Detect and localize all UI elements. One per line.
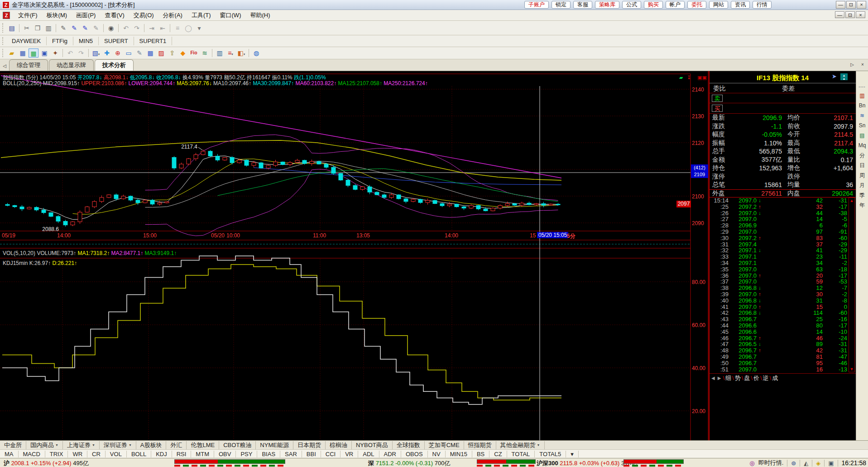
scroll-up-icon[interactable]: ▲ (849, 198, 854, 203)
dropdown-arrow-icon[interactable]: ▾ (244, 53, 245, 56)
mini-line-icon[interactable]: ≋ (860, 113, 864, 119)
market-tab-A股板块[interactable]: A股板块 (136, 441, 167, 449)
indent-icon[interactable]: ⇥ (147, 24, 157, 33)
export-icon[interactable]: ⇪ (167, 48, 177, 58)
tick-tab-left-icon[interactable]: ◀ (710, 376, 716, 380)
strip-item-Bn[interactable]: Bn (859, 103, 866, 109)
indicator-tab-PSY[interactable]: PSY (236, 451, 257, 457)
multi-chart-icon[interactable]: ≋ (200, 48, 210, 58)
layout-color-icon[interactable]: ◧▾ (236, 48, 246, 58)
copy-icon[interactable]: ❐ (33, 24, 43, 33)
tab-综合管理[interactable]: 综合管理 (9, 59, 48, 71)
titlebar-button-帐户[interactable]: 帐户 (666, 1, 685, 9)
indicator-tab-SAR[interactable]: SAR (280, 451, 302, 457)
titlebar-button-锁定[interactable]: 锁定 (551, 1, 571, 9)
save-icon[interactable]: ▤ (7, 24, 17, 33)
satellite-icon[interactable]: ⊚ (791, 460, 796, 467)
globe-icon[interactable]: ◍ (251, 48, 261, 58)
toolbar-grip[interactable] (2, 49, 4, 57)
indicator-tab-MIN15[interactable]: MIN15 (446, 451, 472, 457)
market-tab-深圳证券[interactable]: 深圳证券▼ (100, 441, 136, 449)
tick-scrollbar[interactable]: ▲ ▼ (849, 197, 855, 372)
market-tab-NYBOT商品[interactable]: NYBOT商品 (352, 441, 393, 449)
dropdown-arrow-icon[interactable]: ▾ (231, 53, 233, 56)
tick-tab-逆[interactable]: 逆 (763, 374, 769, 382)
indicator-tab-BBI[interactable]: BBI (302, 451, 321, 457)
indicator-tab-WR[interactable]: WR (68, 451, 87, 457)
market-tab-上海证券[interactable]: 上海证券▼ (63, 441, 100, 449)
titlebar-button-委托[interactable]: 委托 (687, 1, 706, 9)
overflow-icon[interactable]: ▾ (194, 24, 204, 33)
menu-画面(P)[interactable]: 画面(P) (72, 10, 100, 21)
titlebar-button-行情[interactable]: 行情 (753, 1, 772, 9)
circle-icon[interactable]: ◯ (183, 24, 193, 33)
market-tab-NYME能源[interactable]: NYME能源 (256, 441, 293, 449)
period-button-DAYWEEK[interactable]: DAYWEEK (6, 37, 47, 45)
mini-bar-icon[interactable]: ▤ (859, 133, 864, 139)
indicator-tab-ADL[interactable]: ADL (358, 451, 379, 457)
indicator-tab-OBOS[interactable]: OBOS (401, 451, 428, 457)
strip-item-日[interactable]: 日 (859, 163, 865, 169)
titlebar-button-公式[interactable]: 公式 (622, 1, 641, 9)
market-tab-芝加哥CME[interactable]: 芝加哥CME (425, 441, 464, 449)
move-icon[interactable]: ✚ (102, 48, 112, 58)
find-icon[interactable]: ◉ (106, 24, 116, 33)
indicator-tab-TOTAL5[interactable]: TOTAL5 (535, 451, 566, 457)
fio-icon[interactable]: Fio (189, 48, 199, 58)
titlebar-button-购买[interactable]: 购买 (644, 1, 663, 9)
technical-analysis-chart[interactable]: 2117.42088.6 股指指数 (5分) 14/05/20 15:05 开2… (0, 71, 709, 440)
mdi-close-button[interactable]: × (856, 11, 865, 18)
window-icon[interactable]: ▣ (39, 48, 49, 58)
hand-pointer-icon[interactable]: ➤ (832, 73, 837, 80)
indicator-more-icon[interactable]: ▾ (566, 451, 579, 457)
tab-动态显示牌[interactable]: 动态显示牌 (49, 59, 94, 71)
strip-item-分[interactable]: 分 (859, 153, 865, 159)
tick-tab-成[interactable]: 成 (772, 374, 778, 382)
list-red-icon[interactable]: ≡▾ (225, 48, 235, 58)
alert-icon[interactable]: ◆ (178, 48, 188, 58)
anchor-icon[interactable]: ↧ (687, 75, 691, 80)
indicator-tab-CZ[interactable]: CZ (489, 451, 507, 457)
menu-帮助(H)[interactable]: 帮助(H) (245, 10, 274, 21)
pen-icon[interactable]: ✎ (58, 24, 68, 33)
copy-screen-icon[interactable]: ▧▾ (91, 48, 101, 58)
pen-blue2-icon[interactable]: ✎ (80, 24, 90, 33)
gem-icon[interactable]: ◈ (816, 460, 820, 467)
bell-icon[interactable]: ◭ (804, 460, 808, 467)
layout-green-icon[interactable]: ▦ (29, 48, 38, 58)
collapse-panel-icon[interactable]: ▲▲ (840, 73, 848, 80)
strip-item-年[interactable]: 年 (859, 202, 865, 208)
pen-blue-icon[interactable]: ✎ (69, 24, 79, 33)
menu-查看(V)[interactable]: 查看(V) (100, 10, 129, 21)
paste-icon[interactable]: ▥ (43, 24, 53, 33)
menu-工具(T)[interactable]: 工具(T) (187, 10, 216, 21)
indicator-tab-ADR[interactable]: ADR (379, 451, 401, 457)
indicator-tab-KDJ[interactable]: KDJ (151, 451, 172, 457)
mdi-minimize-button[interactable]: — (835, 11, 844, 18)
indicator-tab-TOTAL[interactable]: TOTAL (507, 451, 535, 457)
titlebar-button-网站[interactable]: 网站 (709, 1, 728, 9)
tick-tab-盘[interactable]: 盘 (744, 374, 750, 382)
indicator-tab-RSI[interactable]: RSI (172, 451, 192, 457)
redo-icon[interactable]: ↷ (132, 24, 142, 33)
strip-item-季[interactable]: 季 (859, 193, 865, 198)
titlebar-button-策略库[interactable]: 策略库 (595, 1, 619, 9)
market-tab-全球指数[interactable]: 全球指数 (393, 441, 425, 449)
indicator-tab-VOL[interactable]: VOL (106, 451, 127, 457)
indicator-tab-BOLL[interactable]: BOLL (127, 451, 151, 457)
menu-分析(A)[interactable]: 分析(A) (158, 10, 187, 21)
market-tab-其他金融期货[interactable]: 其他金融期货▼ (496, 441, 545, 449)
candle-chart-icon[interactable]: ▥ (215, 48, 225, 58)
zoom-in-icon[interactable]: ⊕ (113, 48, 123, 58)
restore-button[interactable]: ⊡ (846, 1, 856, 9)
indicator-tab-OBV[interactable]: OBV (214, 451, 236, 457)
toolbar-grip[interactable] (2, 37, 4, 45)
indicator-tab-MACD[interactable]: MACD (19, 451, 45, 457)
titlebar-button-子账户[interactable]: 子账户 (524, 1, 549, 9)
period-button-FTFig[interactable]: FTFig (47, 37, 73, 45)
edit-note-icon[interactable]: ✎ (134, 48, 144, 58)
pen-off-icon[interactable]: ✎ (91, 24, 101, 33)
period-button-MIN5[interactable]: MIN5 (73, 37, 99, 45)
indicator-tab-TRIX[interactable]: TRIX (45, 451, 68, 457)
market-tab-伦敦LME[interactable]: 伦敦LME (187, 441, 219, 449)
